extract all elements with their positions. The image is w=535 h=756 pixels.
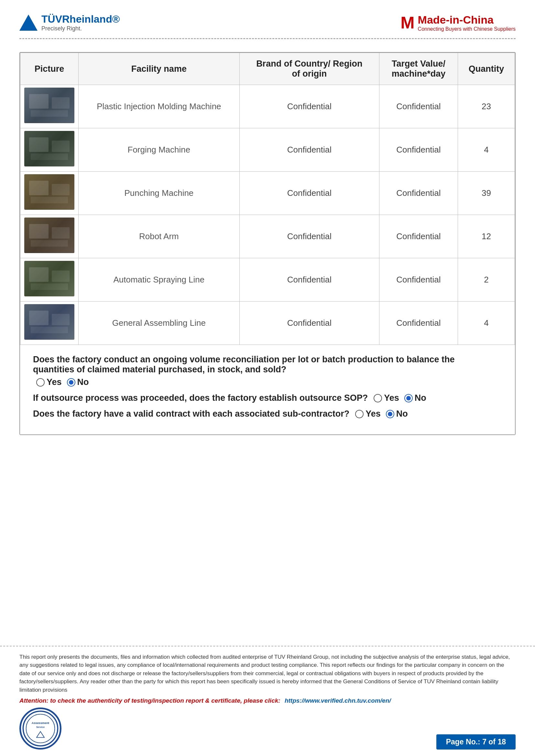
mic-tagline: Connecting Buyers with Chinese Suppliers xyxy=(418,26,516,32)
yes-radio-2[interactable] xyxy=(374,394,382,402)
tuv-triangle-icon xyxy=(19,14,38,31)
main-content-box: Picture Facility name Brand of Country/ … xyxy=(19,52,516,435)
footer: This report only presents the documents,… xyxy=(0,646,535,756)
facility-picture xyxy=(20,128,79,172)
facility-name-cell: Punching Machine xyxy=(79,172,240,215)
svg-rect-23 xyxy=(31,327,68,333)
question-text-2: If outsource process was proceeded, does… xyxy=(33,393,368,403)
brand-origin-cell: Confidential xyxy=(239,172,379,215)
col-brand-origin: Brand of Country/ Regionof origin xyxy=(239,53,379,85)
svg-rect-22 xyxy=(52,314,70,325)
col-target-value: Target Value/machine*day xyxy=(380,53,458,85)
target-value-cell: Confidential xyxy=(380,215,458,258)
col-quantity: Quantity xyxy=(458,53,515,85)
svg-rect-2 xyxy=(52,97,70,109)
disclaimer-text: This report only presents the documents,… xyxy=(19,653,516,694)
header: TÜVRheinland® Precisely Right. M Made-in… xyxy=(19,13,516,39)
svg-rect-17 xyxy=(29,267,48,282)
facility-picture xyxy=(20,172,79,215)
tuv-tagline: Precisely Right. xyxy=(42,25,120,32)
no-option-1[interactable]: No xyxy=(67,377,89,387)
question-row-2: If outsource process was proceeded, does… xyxy=(33,393,502,403)
target-value-cell: Confidential xyxy=(380,128,458,172)
brand-origin-cell: Confidential xyxy=(239,215,379,258)
brand-origin-cell: Confidential xyxy=(239,258,379,302)
facility-name-cell: Plastic Injection Molding Machine xyxy=(79,85,240,128)
col-facility-name: Facility name xyxy=(79,53,240,85)
facility-image xyxy=(24,304,74,340)
facility-name-cell: Automatic Spraying Line xyxy=(79,258,240,302)
no-option-3[interactable]: No xyxy=(386,409,408,419)
table-row: Forging MachineConfidentialConfidential4 xyxy=(20,128,515,172)
svg-text:Service: Service xyxy=(36,726,44,729)
yes-option-1[interactable]: Yes xyxy=(36,377,62,387)
question-row-1: Does the factory conduct an ongoing volu… xyxy=(33,355,502,387)
page-number: Page No.: 7 of 18 xyxy=(436,734,516,749)
table-row: Plastic Injection Molding MachineConfide… xyxy=(20,85,515,128)
target-value-cell: Confidential xyxy=(380,258,458,302)
quantity-cell: 4 xyxy=(458,302,515,345)
no-radio-1[interactable] xyxy=(67,378,75,387)
svg-rect-14 xyxy=(52,227,70,238)
verify-text: Attention: to check the authenticity of … xyxy=(19,697,516,704)
mic-logo: M Made-in-China Connecting Buyers with C… xyxy=(401,13,516,32)
page: TÜVRheinland® Precisely Right. M Made-in… xyxy=(0,0,535,756)
svg-rect-18 xyxy=(52,271,70,282)
target-value-cell: Confidential xyxy=(380,85,458,128)
facility-name-cell: Forging Machine xyxy=(79,128,240,172)
quantity-cell: 2 xyxy=(458,258,515,302)
question-row-3: Does the factory have a valid contract w… xyxy=(33,409,502,419)
svg-text:Assessment: Assessment xyxy=(32,721,49,725)
facility-image xyxy=(24,218,74,253)
svg-rect-7 xyxy=(31,153,68,160)
quantity-cell: 4 xyxy=(458,128,515,172)
col-picture: Picture xyxy=(20,53,79,85)
brand-origin-cell: Confidential xyxy=(239,302,379,345)
yes-radio-1[interactable] xyxy=(36,378,44,387)
svg-rect-1 xyxy=(29,94,48,109)
target-value-cell: Confidential xyxy=(380,302,458,345)
facility-image xyxy=(24,88,74,123)
table-row: Punching MachineConfidentialConfidential… xyxy=(20,172,515,215)
facility-image xyxy=(24,174,74,210)
target-value-cell: Confidential xyxy=(380,172,458,215)
mic-m-icon: M xyxy=(401,13,414,32)
question-text-3: Does the factory have a valid contract w… xyxy=(33,409,349,419)
facility-picture xyxy=(20,258,79,302)
radio-group-3: Yes No xyxy=(355,409,408,419)
tuv-brand: TÜVRheinland® xyxy=(42,13,120,25)
facility-image xyxy=(24,261,74,296)
facility-picture xyxy=(20,85,79,128)
table-row: General Assembling LineConfidentialConfi… xyxy=(20,302,515,345)
svg-rect-19 xyxy=(31,284,68,290)
facility-name-cell: Robot Arm xyxy=(79,215,240,258)
facility-name-cell: General Assembling Line xyxy=(79,302,240,345)
svg-rect-6 xyxy=(52,141,70,152)
assessment-stamp: Assessment Service xyxy=(19,708,62,749)
tuv-logo: TÜVRheinland® Precisely Right. xyxy=(19,13,120,32)
svg-rect-3 xyxy=(31,110,68,117)
facility-image xyxy=(24,131,74,167)
svg-rect-5 xyxy=(29,137,48,152)
questions-section: Does the factory conduct an ongoing volu… xyxy=(20,345,515,434)
no-radio-2[interactable] xyxy=(404,394,413,402)
footer-bottom: Assessment Service Page No.: 7 of 18 xyxy=(19,708,516,749)
svg-rect-11 xyxy=(31,197,68,203)
svg-rect-9 xyxy=(29,181,48,195)
question-text-1: Does the factory conduct an ongoing volu… xyxy=(33,355,479,375)
svg-rect-21 xyxy=(29,310,48,325)
yes-radio-3[interactable] xyxy=(355,410,364,418)
no-option-2[interactable]: No xyxy=(404,393,426,403)
facility-picture xyxy=(20,302,79,345)
table-header-row: Picture Facility name Brand of Country/ … xyxy=(20,53,515,85)
facility-picture xyxy=(20,215,79,258)
svg-rect-10 xyxy=(52,184,70,195)
mic-brand: Made-in-China xyxy=(418,14,516,26)
yes-option-3[interactable]: Yes xyxy=(355,409,381,419)
svg-marker-28 xyxy=(37,731,44,737)
table-row: Automatic Spraying LineConfidentialConfi… xyxy=(20,258,515,302)
facility-table: Picture Facility name Brand of Country/ … xyxy=(20,53,515,345)
yes-option-2[interactable]: Yes xyxy=(374,393,399,403)
radio-group-2: Yes No xyxy=(374,393,426,403)
no-radio-3[interactable] xyxy=(386,410,394,418)
